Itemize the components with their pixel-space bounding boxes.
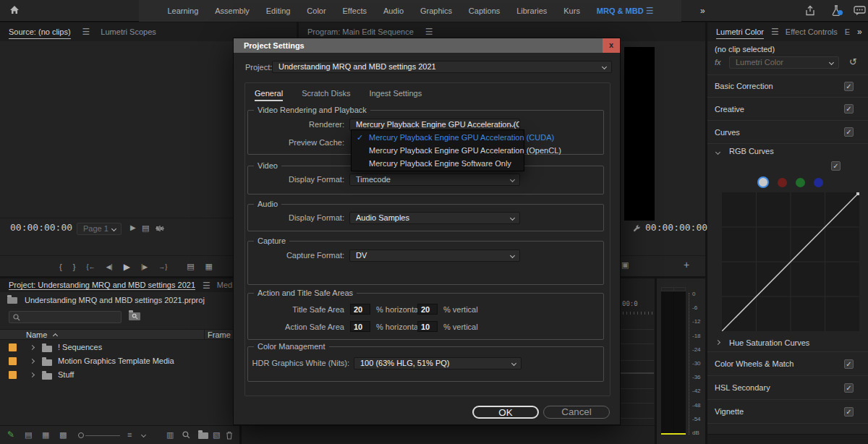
writable-pencil-icon[interactable]: ✎ bbox=[7, 430, 14, 440]
zoom-slider-track[interactable] bbox=[85, 435, 120, 436]
creative-checkbox[interactable] bbox=[844, 104, 854, 114]
workspace-tab-captions[interactable]: Captions bbox=[469, 7, 500, 15]
menu-item-opencl[interactable]: Mercury Playback Engine GPU Acceleration… bbox=[352, 144, 524, 157]
section-hsl-secondary[interactable]: HSL Secondary bbox=[707, 376, 868, 400]
step-forward-button[interactable]: |▶ bbox=[141, 263, 148, 270]
rgb-curves-checkbox[interactable] bbox=[831, 161, 841, 171]
rgb-curve-editor[interactable] bbox=[722, 192, 859, 331]
section-curves[interactable]: Curves bbox=[707, 121, 868, 144]
label-color-chip[interactable] bbox=[9, 343, 17, 351]
workspace-menu-icon[interactable]: ☰ bbox=[646, 6, 653, 16]
source-page-select[interactable]: Page 1 bbox=[77, 223, 122, 235]
audio-display-format-select[interactable]: Audio Samples bbox=[349, 212, 520, 224]
panel-overflow-button[interactable]: » bbox=[857, 27, 862, 37]
workspace-tab-kurs[interactable]: Kurs bbox=[563, 7, 580, 15]
source-timecode[interactable]: 00:00:00:00 bbox=[10, 222, 72, 233]
curve-channel-white-button[interactable] bbox=[757, 176, 769, 188]
section-vignette[interactable]: Vignette bbox=[707, 400, 868, 424]
section-creative[interactable]: Creative bbox=[707, 98, 868, 121]
source-play-proxy-icon[interactable]: ▶ bbox=[130, 223, 136, 231]
zoom-slider-handle[interactable] bbox=[78, 432, 84, 438]
home-icon[interactable] bbox=[9, 4, 20, 16]
tab-project[interactable]: Project: Understanding MRQ and MBD setti… bbox=[9, 278, 195, 292]
lumetri-effect-select[interactable]: Lumetri Color bbox=[729, 56, 839, 69]
audio-waveform-icon[interactable] bbox=[155, 225, 165, 232]
insert-button[interactable]: ▤ bbox=[187, 262, 194, 271]
vignette-checkbox[interactable] bbox=[844, 407, 854, 417]
project-select[interactable]: Understanding MRQ and MBD settings 2021 bbox=[272, 61, 612, 73]
color-wheels-checkbox[interactable] bbox=[844, 359, 854, 369]
bin-name[interactable]: ! Sequences bbox=[58, 343, 102, 351]
hue-sat-expand-icon[interactable] bbox=[715, 340, 720, 345]
add-button-icon[interactable]: + bbox=[684, 259, 689, 270]
column-header-name[interactable]: Name bbox=[26, 330, 47, 339]
bin-row[interactable]: Stuff bbox=[0, 368, 239, 382]
bin-name[interactable]: Stuff bbox=[58, 370, 74, 379]
tab-lumetri-color[interactable]: Lumetri Color bbox=[716, 23, 764, 41]
beta-beaker-icon[interactable] bbox=[830, 4, 842, 17]
program-timecode[interactable]: 00:00:00:00 bbox=[645, 222, 707, 233]
label-color-chip[interactable] bbox=[9, 371, 17, 379]
mark-out-button[interactable]: } bbox=[73, 262, 76, 271]
trash-icon[interactable] bbox=[226, 431, 233, 440]
tab-source[interactable]: Source: (no clips) bbox=[9, 23, 71, 41]
expand-chevron-icon[interactable] bbox=[30, 345, 35, 350]
dialog-title[interactable]: Project Settings bbox=[234, 38, 620, 53]
curve-channel-red-button[interactable] bbox=[778, 178, 787, 187]
list-view-icon[interactable]: ▤ bbox=[25, 430, 32, 440]
tab-scratch-disks[interactable]: Scratch Disks bbox=[302, 89, 350, 101]
quick-export-icon[interactable] bbox=[804, 5, 816, 17]
go-to-out-button[interactable]: →} bbox=[158, 263, 167, 270]
feedback-chat-icon[interactable] bbox=[854, 6, 866, 16]
export-frame-icon[interactable]: ▣ bbox=[621, 260, 629, 270]
curve-channel-blue-button[interactable] bbox=[814, 178, 823, 187]
dialog-close-button[interactable]: x bbox=[603, 38, 620, 53]
search-input[interactable] bbox=[9, 311, 122, 323]
expand-chevron-icon[interactable] bbox=[30, 372, 35, 377]
rgb-curves-header[interactable]: RGB Curves bbox=[729, 147, 774, 155]
mark-in-button[interactable]: { bbox=[59, 262, 62, 271]
workspace-tab-editing[interactable]: Editing bbox=[266, 7, 291, 15]
freeform-view-icon[interactable]: ▩ bbox=[59, 430, 67, 440]
section-basic-correction[interactable]: Basic Correction bbox=[707, 74, 868, 98]
title-safe-vertical-input[interactable] bbox=[417, 304, 438, 315]
expand-chevron-icon[interactable] bbox=[30, 359, 35, 364]
tab-general[interactable]: General bbox=[255, 89, 283, 101]
project-panel-menu-icon[interactable]: ☰ bbox=[203, 281, 210, 291]
source-settings-icon[interactable]: ▤ bbox=[142, 223, 149, 233]
project-breadcrumb[interactable]: Understanding MRQ and MBD settings 2021.… bbox=[25, 296, 205, 304]
timeline-ruler-ticks[interactable] bbox=[619, 312, 654, 315]
icon-view-icon[interactable]: ▦ bbox=[42, 430, 49, 440]
action-safe-horizontal-input[interactable] bbox=[350, 321, 370, 332]
workspace-tab-color[interactable]: Color bbox=[307, 7, 326, 15]
curve-channel-green-button[interactable] bbox=[796, 178, 805, 187]
new-item-icon[interactable]: ▧ bbox=[213, 430, 220, 440]
wrench-settings-icon[interactable] bbox=[633, 224, 641, 232]
bin-name[interactable]: Motion Graphics Template Media bbox=[58, 357, 174, 365]
workspace-overflow-button[interactable]: » bbox=[700, 6, 705, 16]
program-panel-menu-icon[interactable]: ☰ bbox=[425, 27, 433, 37]
lumetri-panel-menu-icon[interactable]: ☰ bbox=[771, 27, 778, 37]
navigate-up-folder-icon[interactable] bbox=[7, 296, 17, 305]
workspace-tab-assembly[interactable]: Assembly bbox=[215, 7, 250, 15]
bin-row[interactable]: Motion Graphics Template Media bbox=[0, 354, 239, 368]
search-bin-icon[interactable] bbox=[129, 312, 140, 322]
rgb-curves-collapse-icon[interactable] bbox=[715, 150, 720, 155]
workspace-tab-mrq-mbd[interactable]: MRQ & MBD bbox=[597, 7, 644, 15]
automate-to-sequence-icon[interactable]: ▥ bbox=[166, 430, 174, 440]
tab-lumetri-scopes[interactable]: Lumetri Scopes bbox=[101, 23, 156, 41]
hdr-graphics-white-select[interactable]: 100 (63% HLG, 51% PQ) bbox=[354, 357, 522, 370]
menu-item-software[interactable]: Mercury Playback Engine Software Only bbox=[352, 157, 524, 170]
label-color-chip[interactable] bbox=[9, 357, 17, 365]
workspace-tab-learning[interactable]: Learning bbox=[167, 7, 198, 15]
tab-ingest-settings[interactable]: Ingest Settings bbox=[369, 89, 422, 101]
section-color-wheels[interactable]: Color Wheels & Match bbox=[707, 352, 868, 376]
menu-item-cuda[interactable]: ✓ Mercury Playback Engine GPU Accelerati… bbox=[352, 131, 524, 144]
go-to-in-button[interactable]: {← bbox=[86, 263, 95, 270]
audio-meter-bars[interactable] bbox=[661, 291, 686, 435]
section-hue-saturation-curves[interactable]: Hue Saturation Curves bbox=[707, 333, 868, 352]
tab-essential-truncated[interactable]: E bbox=[845, 23, 850, 41]
reset-effect-icon[interactable]: ↺ bbox=[849, 56, 857, 67]
cancel-button[interactable]: Cancel bbox=[543, 406, 610, 419]
sort-chevron-icon[interactable] bbox=[141, 432, 146, 437]
